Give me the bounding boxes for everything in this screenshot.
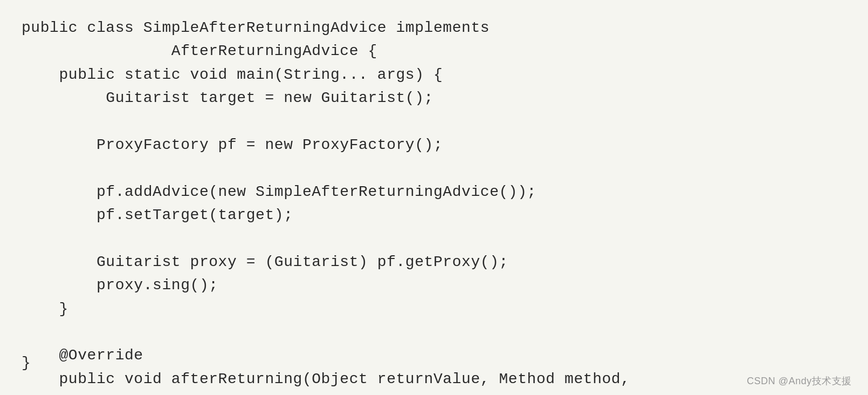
closing-brace: }: [22, 355, 31, 371]
watermark: CSDN @Andy技术支援: [747, 374, 852, 387]
code-block: public class SimpleAfterReturningAdvice …: [22, 16, 846, 395]
code-container: public class SimpleAfterReturningAdvice …: [0, 0, 868, 395]
